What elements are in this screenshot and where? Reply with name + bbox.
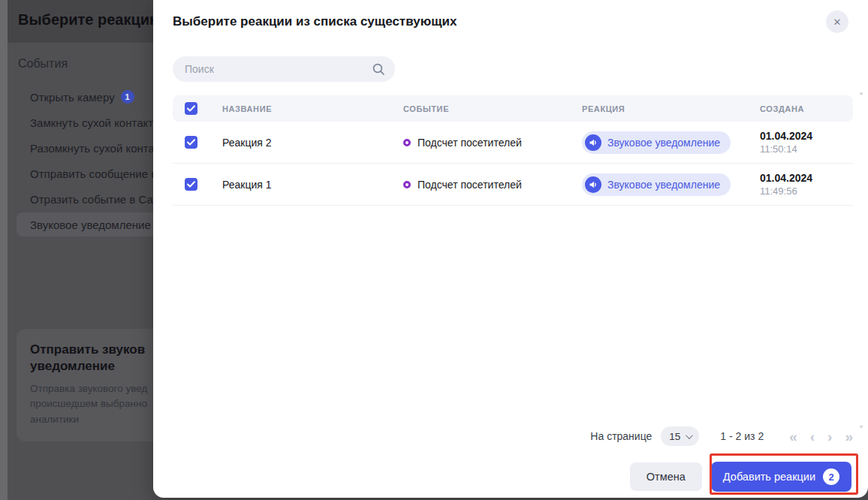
- reaction-badge-label: Звуковое уведомление: [607, 137, 720, 149]
- reaction-badge-label: Звуковое уведомление: [607, 179, 720, 191]
- next-page-icon[interactable]: ›: [827, 429, 832, 444]
- pagination-range: 1 - 2 из 2: [720, 430, 764, 442]
- per-page-select[interactable]: 15: [661, 426, 699, 446]
- search-box: [173, 56, 395, 82]
- selected-count-badge: 2: [823, 468, 839, 485]
- add-reactions-label: Добавить реакции: [723, 471, 815, 483]
- pagination-bar: На странице 15 1 - 2 из 2 « ‹ › »: [590, 425, 853, 447]
- background-page: Выберите реакцию События Открыть камеру …: [0, 0, 153, 500]
- event-label: Подсчет посетителей: [417, 179, 522, 191]
- reaction-badge: Звуковое уведомление: [582, 173, 731, 196]
- sidebar-item-label: Звуковое уведомление: [30, 218, 151, 231]
- vertical-scrollbar[interactable]: ▲ ▼: [857, 90, 866, 429]
- created-date: 01.04.2024: [760, 172, 853, 184]
- per-page-label: На странице: [590, 430, 652, 442]
- scroll-down-icon[interactable]: ▼: [859, 424, 864, 429]
- speaker-icon: [585, 134, 601, 151]
- reaction-name: Реакция 1: [222, 179, 403, 191]
- table-header: НАЗВАНИЕ СОБЫТИЕ РЕАКЦИЯ СОЗДАНА: [173, 95, 853, 122]
- events-section-label: События: [18, 57, 68, 71]
- created-time: 11:50:14: [760, 143, 853, 155]
- prev-page-icon[interactable]: ‹: [810, 429, 815, 444]
- created-cell: 01.04.2024 11:50:14: [760, 130, 853, 155]
- card-title-line2: уведомление: [30, 358, 153, 375]
- card-title-line1: Отправить звуков: [30, 342, 153, 358]
- card-desc-line3: аналитики: [30, 412, 153, 427]
- select-reactions-modal: Выберите реакции из списка существующих …: [153, 0, 868, 498]
- table-row[interactable]: Реакция 1 Подсчет посетителей Звуковое у…: [173, 164, 853, 206]
- search-input[interactable]: [173, 56, 395, 82]
- count-badge: 1: [121, 90, 134, 104]
- reaction-cell: Звуковое уведомление: [582, 173, 760, 196]
- check-icon: [187, 181, 195, 188]
- sidebar-item-label: Разомкнуть сухой контакт: [30, 142, 153, 155]
- sidebar-item-close-dry-contact[interactable]: Замкнуть сухой контакт: [0, 110, 153, 135]
- sidebar-item-label: Отправить сообщение в tele: [30, 167, 153, 180]
- table-body: Реакция 2 Подсчет посетителей Звуковое у…: [173, 122, 853, 206]
- reaction-name: Реакция 2: [222, 137, 403, 149]
- reaction-badge: Звуковое уведомление: [582, 131, 731, 154]
- background-page-title: Выберите реакцию: [18, 11, 153, 29]
- close-icon: ✕: [833, 17, 842, 28]
- column-header-name: НАЗВАНИЕ: [222, 104, 403, 113]
- select-all-checkbox[interactable]: [185, 102, 197, 115]
- created-cell: 01.04.2024 11:49:56: [760, 172, 853, 197]
- sidebar-item-sidebar-event[interactable]: Отразить событие в Сайдба: [0, 186, 153, 212]
- table-row[interactable]: Реакция 2 Подсчет посетителей Звуковое у…: [173, 122, 853, 164]
- modal-title: Выберите реакции из списка существующих: [173, 0, 457, 43]
- sidebar-item-open-camera[interactable]: Открыть камеру 1: [0, 84, 153, 110]
- last-page-icon[interactable]: »: [845, 429, 853, 444]
- column-header-event: СОБЫТИЕ: [403, 104, 582, 113]
- add-reactions-button[interactable]: Добавить реакции 2: [711, 462, 851, 492]
- speaker-icon: [585, 176, 601, 193]
- first-page-icon[interactable]: «: [789, 429, 797, 444]
- column-header-created: СОЗДАНА: [760, 104, 853, 113]
- reaction-cell: Звуковое уведомление: [582, 131, 760, 154]
- card-desc-line1: Отправка звукового увед: [30, 381, 153, 396]
- row-checkbox[interactable]: [185, 178, 197, 191]
- screen: Выберите реакцию События Открыть камеру …: [0, 0, 868, 500]
- check-icon: [187, 139, 195, 146]
- close-button[interactable]: ✕: [826, 11, 848, 33]
- sidebar-item-label: Замкнуть сухой контакт: [30, 116, 153, 129]
- sound-notification-card[interactable]: Отправить звуков уведомление Отправка зв…: [17, 329, 153, 441]
- event-circle-icon: [403, 181, 411, 188]
- search-icon: [372, 62, 385, 76]
- event-label: Подсчет посетителей: [417, 137, 522, 149]
- event-circle-icon: [403, 139, 411, 146]
- per-page-value: 15: [669, 431, 680, 442]
- chevron-down-icon: [686, 432, 693, 439]
- sidebar-item-sound-notification[interactable]: Звуковое уведомление: [0, 212, 153, 237]
- event-cell: Подсчет посетителей: [403, 137, 582, 149]
- created-time: 11:49:56: [760, 185, 853, 197]
- sidebar-item-open-dry-contact[interactable]: Разомкнуть сухой контакт: [0, 135, 153, 161]
- cancel-button[interactable]: Отмена: [630, 462, 702, 491]
- event-cell: Подсчет посетителей: [403, 179, 582, 191]
- sidebar-item-label: Отразить событие в Сайдба: [30, 193, 153, 206]
- sidebar-item-label: Открыть камеру: [30, 91, 115, 104]
- scroll-up-icon[interactable]: ▲: [859, 90, 864, 95]
- pagination-arrows: « ‹ › »: [789, 429, 853, 444]
- row-checkbox[interactable]: [185, 136, 197, 149]
- column-header-reaction: РЕАКЦИЯ: [582, 104, 760, 113]
- check-icon: [187, 105, 195, 112]
- modal-footer: Отмена Добавить реакции 2: [153, 456, 868, 498]
- card-desc-line2: происшедшем выбранно: [30, 396, 153, 411]
- sidebar-item-send-telegram[interactable]: Отправить сообщение в tele: [0, 161, 153, 186]
- created-date: 01.04.2024: [760, 130, 853, 142]
- events-sidebar: Открыть камеру 1 Замкнуть сухой контакт …: [0, 84, 153, 237]
- left-rail: [0, 0, 8, 500]
